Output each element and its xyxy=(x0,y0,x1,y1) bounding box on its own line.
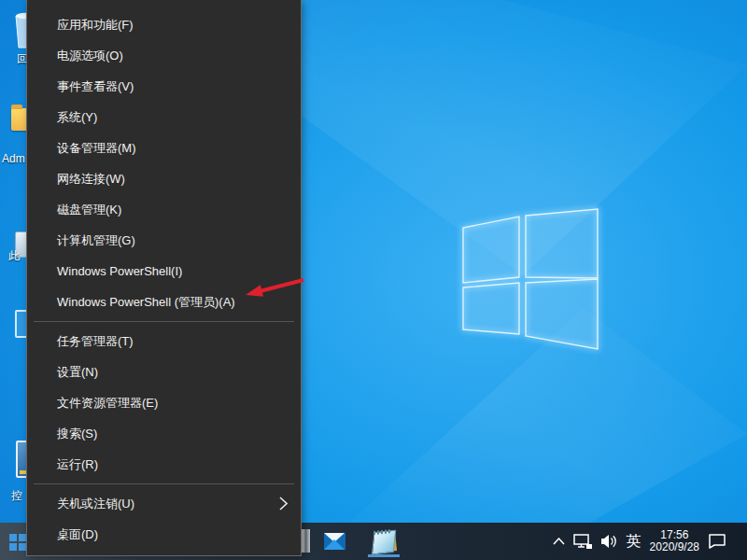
menu-item-power-options[interactable]: 电源选项(O) xyxy=(27,40,301,71)
menu-separator xyxy=(34,321,294,322)
tray-expand-chevron-icon[interactable] xyxy=(553,538,565,545)
menu-item-network-connections[interactable]: 网络连接(W) xyxy=(27,163,301,194)
notepad-icon xyxy=(370,528,398,555)
taskbar-mail-button[interactable] xyxy=(313,523,356,560)
windows-start-icon xyxy=(9,534,26,551)
menu-item-shutdown-or-signout[interactable]: 关机或注销(U) xyxy=(27,488,301,519)
menu-item-computer-management[interactable]: 计算机管理(G) xyxy=(27,225,301,256)
menu-item-device-manager[interactable]: 设备管理器(M) xyxy=(27,133,301,163)
menu-item-disk-management[interactable]: 磁盘管理(K) xyxy=(27,194,301,225)
submenu-chevron-icon xyxy=(279,497,288,511)
menu-item-event-viewer[interactable]: 事件查看器(V) xyxy=(27,71,301,102)
control-panel-label: 控 xyxy=(11,490,26,502)
menu-item-settings[interactable]: 设置(N) xyxy=(27,357,301,387)
menu-item-desktop[interactable]: 桌面(D) xyxy=(27,519,301,550)
menu-item-apps-and-features[interactable]: 应用和功能(F) xyxy=(27,9,301,40)
system-tray: 英 17:56 2020/9/28 xyxy=(553,523,747,560)
active-app-indicator xyxy=(368,554,400,557)
menu-item-windows-powershell-admin[interactable]: Windows PowerShell (管理员)(A) xyxy=(27,287,301,317)
menu-item-search[interactable]: 搜索(S) xyxy=(27,418,301,449)
taskbar-clock[interactable]: 17:56 2020/9/28 xyxy=(650,529,699,553)
this-pc-label: 此 xyxy=(8,250,26,262)
menu-item-file-explorer[interactable]: 文件资源管理器(E) xyxy=(27,387,301,418)
clock-date: 2020/9/28 xyxy=(650,541,699,553)
network-icon[interactable] xyxy=(573,534,592,550)
menu-item-task-manager[interactable]: 任务管理器(T) xyxy=(27,326,301,357)
menu-item-system[interactable]: 系统(Y) xyxy=(27,102,301,133)
mail-icon xyxy=(324,533,345,550)
volume-icon[interactable] xyxy=(600,534,618,549)
winx-context-menu: 应用和功能(F) 电源选项(O) 事件查看器(V) 系统(Y) 设备管理器(M)… xyxy=(26,0,302,556)
administrator-folder-label: Adm xyxy=(2,153,27,165)
menu-item-windows-powershell[interactable]: Windows PowerShell(I) xyxy=(27,256,301,287)
action-center-icon[interactable] xyxy=(708,533,726,550)
ime-language-indicator[interactable]: 英 xyxy=(627,534,641,549)
start-button[interactable] xyxy=(9,534,26,551)
recycle-bin-label: 回 xyxy=(17,53,26,65)
menu-item-run[interactable]: 运行(R) xyxy=(27,449,301,480)
desktop-screen: 回 Adm 此 控 xyxy=(0,0,747,560)
menu-separator xyxy=(34,483,294,484)
